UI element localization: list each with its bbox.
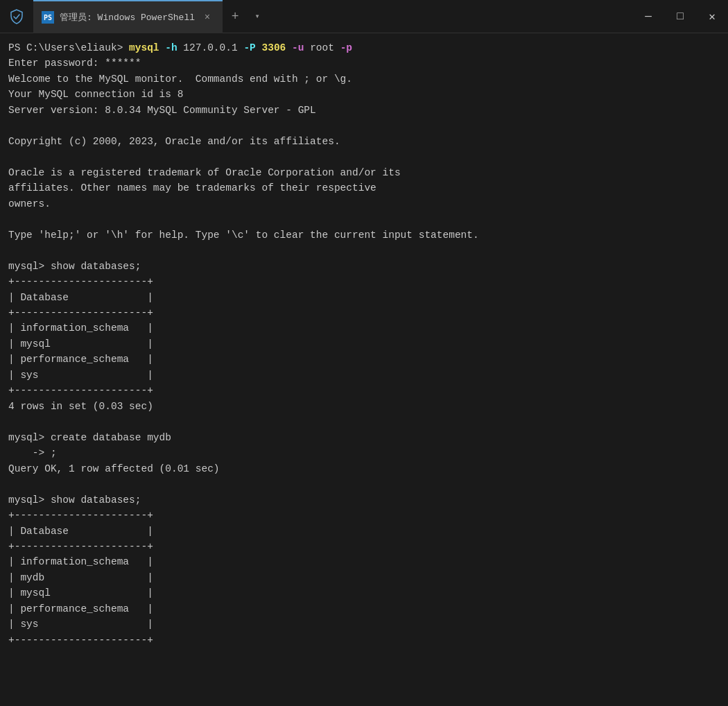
minimize-button[interactable]: — xyxy=(632,0,664,33)
create-db-cmd: mysql> create database mydb xyxy=(8,432,171,443)
db-perf-schema: | performance_schema | xyxy=(8,354,153,365)
mysql-command: mysql xyxy=(129,42,159,53)
tab-dropdown-button[interactable]: ▾ xyxy=(248,0,267,33)
svg-text:PS: PS xyxy=(44,14,52,21)
table-header2: | Database | xyxy=(8,526,153,537)
oracle-trademark-line3: owners. xyxy=(8,198,51,209)
close-window-button[interactable]: ✕ xyxy=(696,0,728,33)
db2-perf-schema: | performance_schema | xyxy=(8,603,153,614)
powershell-icon: PS xyxy=(42,11,54,24)
create-db-continuation: -> ; xyxy=(8,447,57,458)
terminal-output[interactable]: PS C:\Users\eliauk> mysql -h 127.0.0.1 -… xyxy=(0,33,728,706)
maximize-button[interactable]: □ xyxy=(664,0,696,33)
table-border-6: +----------------------+ xyxy=(8,635,153,646)
new-tab-button[interactable]: + xyxy=(223,0,248,33)
query-ok-line: Query OK, 1 row affected (0.01 sec) xyxy=(8,463,220,474)
db-sys: | sys | xyxy=(8,370,153,381)
db2-info-schema: | information_schema | xyxy=(8,556,153,567)
host-value: 127.0.0.1 xyxy=(183,42,237,53)
flag-u: -u xyxy=(286,42,310,53)
tab-title: 管理员: Windows PowerShell xyxy=(60,11,195,24)
oracle-trademark-line1: Oracle is a registered trademark of Orac… xyxy=(8,167,401,178)
server-version-line: Server version: 8.0.34 MySQL Community S… xyxy=(8,105,316,116)
table-border-5: +----------------------+ xyxy=(8,541,153,552)
db-mysql: | mysql | xyxy=(8,338,153,350)
rows-result-1: 4 rows in set (0.03 sec) xyxy=(8,401,153,412)
table-border-1: +----------------------+ xyxy=(8,276,153,287)
db2-mysql: | mysql | xyxy=(8,587,153,599)
user-value: root xyxy=(310,42,334,53)
copyright-line: Copyright (c) 2000, 2023, Oracle and/or … xyxy=(8,136,340,147)
prompt-prefix: PS C:\Users\eliauk> xyxy=(8,42,129,53)
flag-P: -P xyxy=(238,42,262,53)
tab-close-button[interactable]: × xyxy=(200,10,214,24)
titlebar-left: PS 管理员: Windows PowerShell × + ▾ xyxy=(0,0,632,33)
active-tab[interactable]: PS 管理员: Windows PowerShell × xyxy=(33,0,223,33)
titlebar: PS 管理员: Windows PowerShell × + ▾ — □ ✕ xyxy=(0,0,728,33)
table-border-3: +----------------------+ xyxy=(8,385,153,396)
shield-icon xyxy=(0,0,33,33)
flag-h: -h xyxy=(159,42,184,53)
enter-password-line: Enter password: ****** xyxy=(8,58,141,69)
port-value: 3306 xyxy=(262,42,286,53)
show-databases-cmd: mysql> show databases; xyxy=(8,261,141,272)
flag-p: -p xyxy=(334,42,352,53)
oracle-trademark-line2: affiliates. Other names may be trademark… xyxy=(8,182,376,193)
welcome-line: Welcome to the MySQL monitor. Commands e… xyxy=(8,74,352,85)
table-border-2: +----------------------+ xyxy=(8,307,153,318)
table-header: | Database | xyxy=(8,292,153,303)
connection-id-line: Your MySQL connection id is 8 xyxy=(8,89,183,100)
help-hint-line: Type 'help;' or '\h' for help. Type '\c'… xyxy=(8,230,479,241)
db2-sys: | sys | xyxy=(8,619,153,630)
show-databases-cmd2: mysql> show databases; xyxy=(8,494,141,506)
db-info-schema: | information_schema | xyxy=(8,322,153,334)
window-controls: — □ ✕ xyxy=(632,0,728,33)
db2-mydb: | mydb | xyxy=(8,572,153,583)
table-border-4: +----------------------+ xyxy=(8,510,153,521)
